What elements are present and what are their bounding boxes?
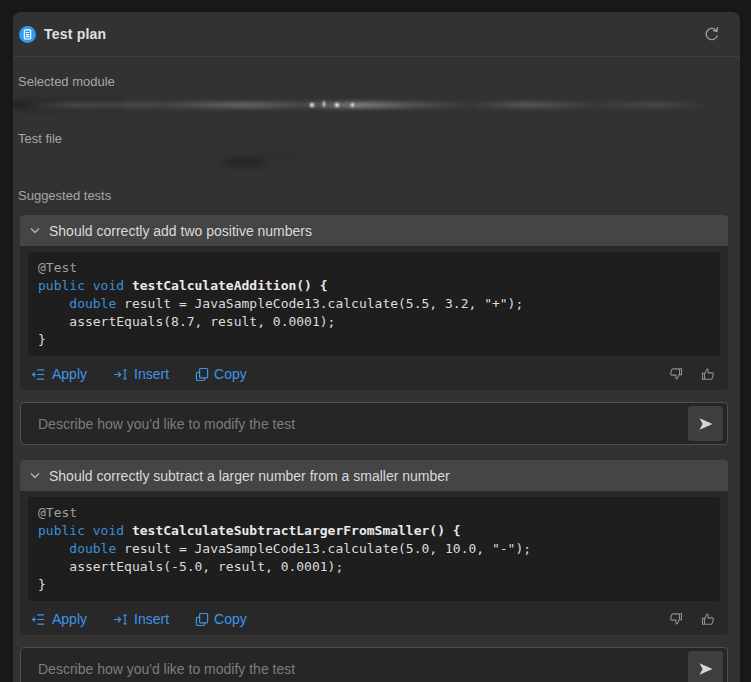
send-icon	[698, 662, 714, 676]
apply-icon	[32, 367, 47, 382]
test-file-label: Test file	[18, 131, 740, 146]
test-title: Should correctly add two positive number…	[49, 223, 312, 239]
insert-label: Insert	[134, 366, 169, 382]
suggested-tests-label: Suggested tests	[18, 188, 740, 203]
insert-button[interactable]: Insert	[113, 611, 169, 627]
thumbs-up-icon	[700, 366, 716, 382]
thumbs-up-button[interactable]	[700, 366, 716, 382]
redacted-module-value	[13, 97, 740, 113]
thumbs-up-button[interactable]	[700, 611, 716, 627]
refresh-button[interactable]	[701, 24, 722, 45]
suggested-test-card: Should correctly add two positive number…	[20, 215, 728, 390]
suggested-test-card: Should correctly subtract a larger numbe…	[20, 460, 728, 635]
selected-module-label: Selected module	[18, 74, 740, 89]
insert-at-cursor-icon	[113, 612, 129, 627]
apply-label: Apply	[52, 366, 87, 382]
panel-title: Test plan	[44, 26, 106, 42]
copy-button[interactable]: Copy	[195, 611, 247, 627]
apply-button[interactable]: Apply	[32, 366, 87, 382]
copy-icon	[195, 612, 209, 627]
panel-header: Test plan	[13, 12, 740, 57]
chevron-down-icon	[30, 227, 40, 234]
redacted-test-file-value	[13, 154, 740, 170]
modify-test-inputbar	[20, 647, 728, 682]
thumbs-up-icon	[700, 611, 716, 627]
apply-icon	[32, 612, 47, 627]
test-card-header[interactable]: Should correctly subtract a larger numbe…	[20, 460, 728, 491]
copy-label: Copy	[214, 366, 247, 382]
test-code-block: @Testpublic void testCalculateAddition()…	[28, 252, 720, 356]
send-icon	[698, 417, 714, 431]
copy-icon	[195, 367, 209, 382]
thumbs-down-button[interactable]	[668, 366, 684, 382]
test-title: Should correctly subtract a larger numbe…	[49, 468, 450, 484]
thumbs-down-icon	[668, 611, 684, 627]
refresh-icon	[703, 26, 720, 43]
test-plan-document-icon	[19, 26, 36, 43]
test-plan-panel: Test plan Selected module Test file Sugg…	[13, 12, 740, 682]
modify-test-inputbar	[20, 402, 728, 445]
test-code-block: @Testpublic void testCalculateSubtractLa…	[28, 497, 720, 601]
copy-button[interactable]: Copy	[195, 366, 247, 382]
send-button[interactable]	[688, 406, 723, 441]
insert-at-cursor-icon	[113, 367, 129, 382]
insert-label: Insert	[134, 611, 169, 627]
apply-label: Apply	[52, 611, 87, 627]
thumbs-down-button[interactable]	[668, 611, 684, 627]
insert-button[interactable]: Insert	[113, 366, 169, 382]
test-card-header[interactable]: Should correctly add two positive number…	[20, 215, 728, 246]
apply-button[interactable]: Apply	[32, 611, 87, 627]
test-plan-panel-screen: Test plan Selected module Test file Sugg…	[0, 0, 751, 682]
send-button[interactable]	[688, 651, 723, 682]
modify-test-input[interactable]	[21, 416, 688, 432]
copy-label: Copy	[214, 611, 247, 627]
chevron-down-icon	[30, 472, 40, 479]
test-action-row: Apply Insert	[20, 603, 728, 635]
modify-test-input[interactable]	[21, 661, 688, 677]
test-action-row: Apply Insert	[20, 358, 728, 390]
thumbs-down-icon	[668, 366, 684, 382]
